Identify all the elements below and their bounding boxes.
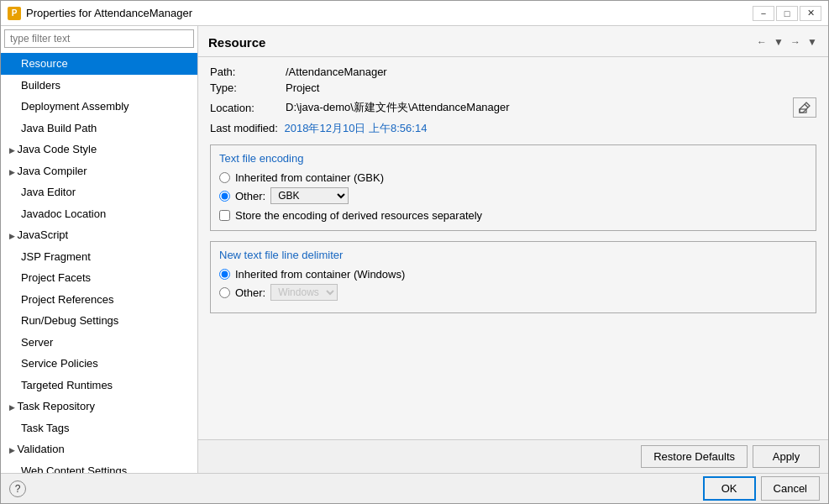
other-delimiter-row: Other: Windows Unix Mac bbox=[219, 284, 807, 301]
right-header: Resource ← ▼ → ▼ bbox=[198, 26, 828, 57]
footer-bar: ? OK Cancel bbox=[1, 473, 828, 503]
cancel-button[interactable]: Cancel bbox=[761, 476, 820, 501]
sidebar-item-run-debug-settings[interactable]: Run/Debug Settings bbox=[1, 310, 197, 332]
other-delimiter-radio[interactable] bbox=[219, 287, 230, 298]
delimiter-section-title: New text file line delimiter bbox=[219, 249, 807, 261]
dialog-icon: P bbox=[8, 7, 21, 20]
inherited-delimiter-row: Inherited from container (Windows) bbox=[219, 268, 807, 281]
encoding-section-title: Text file encoding bbox=[219, 152, 807, 165]
type-row: Type: Project bbox=[210, 81, 816, 94]
store-encoding-row: Store the encoding of derived resources … bbox=[219, 209, 807, 222]
ok-button[interactable]: OK bbox=[703, 476, 756, 501]
sidebar-item-resource[interactable]: Resource bbox=[1, 53, 197, 75]
minimize-button[interactable]: − bbox=[753, 6, 774, 21]
sidebar-item-deployment-assembly[interactable]: Deployment Assembly bbox=[1, 96, 197, 118]
back-dropdown-button[interactable]: ▼ bbox=[773, 33, 784, 51]
sidebar-item-targeted-runtimes[interactable]: Targeted Runtimes bbox=[1, 375, 197, 396]
sidebar-item-task-repository[interactable]: Task Repository bbox=[1, 396, 197, 417]
delimiter-section: New text file line delimiter Inherited f… bbox=[210, 241, 816, 313]
store-encoding-label: Store the encoding of derived resources … bbox=[235, 209, 482, 222]
store-encoding-checkbox[interactable] bbox=[219, 210, 230, 221]
location-value: D:\java-demo\新建文件夹\AttendanceManager bbox=[286, 100, 788, 115]
title-bar: P Properties for AttendanceManager − □ ✕ bbox=[1, 1, 828, 26]
type-label: Type: bbox=[210, 81, 286, 94]
forward-button[interactable]: → bbox=[786, 33, 805, 51]
section-title: Resource bbox=[208, 35, 265, 50]
last-modified-row: Last modified: 2018年12月10日 上午8:56:14 bbox=[210, 121, 816, 136]
inherited-encoding-row: Inherited from container (GBK) bbox=[219, 171, 807, 184]
sidebar-item-java-code-style[interactable]: Java Code Style bbox=[1, 139, 197, 160]
title-controls: − □ ✕ bbox=[753, 6, 821, 21]
location-edit-button[interactable] bbox=[793, 97, 816, 118]
apply-bar: Restore Defaults Apply bbox=[198, 439, 828, 473]
sidebar-item-java-build-path[interactable]: Java Build Path bbox=[1, 118, 197, 139]
path-row: Path: /AttendanceManager bbox=[210, 66, 816, 78]
restore-defaults-button[interactable]: Restore Defaults bbox=[641, 445, 748, 468]
location-label: Location: bbox=[210, 102, 286, 114]
sidebar-item-validation[interactable]: Validation bbox=[1, 438, 197, 460]
sidebar-item-jsp-fragment[interactable]: JSP Fragment bbox=[1, 246, 197, 268]
nav-list: Resource Builders Deployment Assembly Ja… bbox=[1, 51, 197, 473]
sidebar-item-java-editor[interactable]: Java Editor bbox=[1, 181, 197, 203]
sidebar-item-java-compiler[interactable]: Java Compiler bbox=[1, 160, 197, 182]
forward-dropdown-button[interactable]: ▼ bbox=[806, 33, 818, 51]
sidebar-item-service-policies[interactable]: Service Policies bbox=[1, 353, 197, 375]
right-body: Path: /AttendanceManager Type: Project L… bbox=[198, 57, 828, 439]
sidebar-item-javascript[interactable]: JavaScript bbox=[1, 224, 197, 246]
sidebar-item-web-content-settings[interactable]: Web Content Settings bbox=[1, 460, 197, 474]
nav-arrows: ← ▼ → ▼ bbox=[753, 33, 818, 51]
inherited-delimiter-radio[interactable] bbox=[219, 269, 230, 280]
edit-icon bbox=[799, 102, 811, 113]
svg-line-1 bbox=[805, 104, 808, 108]
last-modified-label: Last modified: bbox=[210, 122, 278, 134]
inherited-delimiter-label: Inherited from container (Windows) bbox=[235, 268, 405, 281]
dialog-title: Properties for AttendanceManager bbox=[26, 7, 192, 19]
other-encoding-row: Other: GBK UTF-8 ISO-8859-1 UTF-16 bbox=[219, 187, 807, 204]
sidebar-item-task-tags[interactable]: Task Tags bbox=[1, 417, 197, 439]
sidebar-item-project-facets[interactable]: Project Facets bbox=[1, 267, 197, 289]
inherited-encoding-radio[interactable] bbox=[219, 172, 230, 183]
left-panel: Resource Builders Deployment Assembly Ja… bbox=[1, 26, 198, 473]
sidebar-item-javadoc-location[interactable]: Javadoc Location bbox=[1, 203, 197, 225]
properties-dialog: P Properties for AttendanceManager − □ ✕… bbox=[0, 0, 829, 504]
main-content: Resource Builders Deployment Assembly Ja… bbox=[1, 26, 828, 473]
inherited-encoding-label: Inherited from container (GBK) bbox=[235, 171, 384, 184]
back-button[interactable]: ← bbox=[753, 33, 771, 51]
other-encoding-label: Other: bbox=[235, 190, 265, 202]
delimiter-select[interactable]: Windows Unix Mac bbox=[270, 284, 338, 301]
path-value: /AttendanceManager bbox=[286, 66, 387, 78]
right-panel: Resource ← ▼ → ▼ Path: /AttendanceManage… bbox=[198, 26, 828, 473]
help-button[interactable]: ? bbox=[9, 480, 26, 497]
encoding-section: Text file encoding Inherited from contai… bbox=[210, 144, 816, 231]
filter-input[interactable] bbox=[4, 29, 194, 48]
sidebar-item-builders[interactable]: Builders bbox=[1, 75, 197, 97]
sidebar-item-project-references[interactable]: Project References bbox=[1, 289, 197, 311]
title-bar-left: P Properties for AttendanceManager bbox=[8, 7, 192, 20]
close-button[interactable]: ✕ bbox=[800, 6, 821, 21]
apply-button[interactable]: Apply bbox=[753, 445, 820, 468]
ok-cancel-bar: OK Cancel bbox=[703, 476, 820, 501]
sidebar-item-server[interactable]: Server bbox=[1, 332, 197, 354]
maximize-button[interactable]: □ bbox=[776, 6, 798, 21]
other-delimiter-label: Other: bbox=[235, 286, 265, 299]
location-row: Location: D:\java-demo\新建文件夹\AttendanceM… bbox=[210, 97, 816, 118]
type-value: Project bbox=[286, 81, 319, 94]
last-modified-value: 2018年12月10日 上午8:56:14 bbox=[285, 122, 428, 134]
other-encoding-radio[interactable] bbox=[219, 191, 230, 202]
path-label: Path: bbox=[210, 66, 286, 78]
encoding-select[interactable]: GBK UTF-8 ISO-8859-1 UTF-16 bbox=[270, 187, 349, 204]
